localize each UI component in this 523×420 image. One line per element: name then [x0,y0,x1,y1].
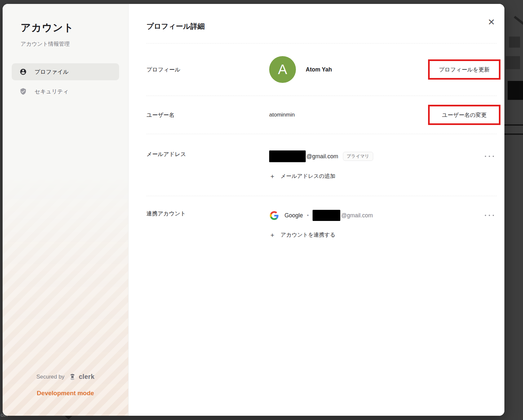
avatar: A [269,56,296,83]
email-ellipsis-menu-icon[interactable] [483,154,496,159]
connected-accounts-row: 連携アカウント Google • @gmail.com [146,196,497,260]
plus-icon: ＋ [269,172,275,180]
sidebar-item-security[interactable]: セキュリティ [12,83,119,100]
connect-account-button[interactable]: ＋ アカウントを連携する [269,231,335,239]
username-row: ユーザー名 atominmin ユーザー名の変更 [146,96,497,134]
avatar-letter: A [278,62,287,77]
redacted-google-email [313,210,340,221]
account-modal: アカウント アカウント情報管理 プロファイル セキュリティ Secured by [3,4,504,416]
update-profile-button[interactable]: プロフィールを更新 [428,59,500,80]
profile-row: プロフィール A Atom Yah プロフィールを更新 [146,43,497,96]
clerk-logo-icon [69,373,76,381]
background-artifact [504,124,523,126]
panel-header: プロフィール詳細 [146,4,497,43]
connect-account-label: アカウントを連携する [281,231,335,239]
username-value: atominmin [269,112,295,118]
add-email-label: メールアドレスの追加 [281,173,335,180]
sidebar-title: アカウント [12,21,119,35]
shield-check-icon [20,88,27,95]
profile-row-label: プロフィール [146,66,269,73]
connected-ellipsis-menu-icon[interactable] [483,213,496,218]
email-domain: @gmail.com [306,153,338,160]
background-artifact [504,133,523,135]
provider-name: Google [285,212,303,219]
sidebar-footer: Secured by clerk Development mode [3,373,128,397]
sidebar-subtitle: アカウント情報管理 [12,40,119,48]
sidebar-item-label: プロファイル [35,68,69,76]
sidebar-nav: プロファイル セキュリティ [12,63,119,100]
google-g-icon [270,211,279,220]
background-artifact [506,56,520,69]
clerk-wordmark: clerk [79,373,94,381]
background-artifact [514,16,523,27]
background-artifact [508,81,523,100]
connected-row-label: 連携アカウント [146,210,269,239]
page-title: プロフィール詳細 [146,22,205,31]
profile-detail-panel: プロフィール詳細 ✕ プロフィール A Atom Yah プロフィールを更新 ユ… [129,4,504,416]
sidebar-item-label: セキュリティ [35,88,69,95]
secured-by-label: Secured by [36,374,64,380]
sidebar: アカウント アカウント情報管理 プロファイル セキュリティ Secured by [3,4,129,416]
primary-badge: プライマリ [343,152,373,161]
profile-name: Atom Yah [306,66,332,73]
close-icon[interactable]: ✕ [486,17,497,27]
development-mode-label[interactable]: Development mode [37,390,94,397]
email-row: メールアドレス @gmail.com プライマリ ＋ メールアドレスの追加 [146,134,497,196]
secured-by-clerk: Secured by clerk [36,373,94,381]
redacted-email [269,150,306,162]
user-icon [20,68,27,75]
separator-dot: • [307,212,309,219]
plus-icon: ＋ [269,231,275,239]
email-row-label: メールアドレス [146,150,269,180]
google-email-domain: @gmail.com [341,212,373,219]
username-row-label: ユーザー名 [146,111,269,119]
change-username-button[interactable]: ユーザー名の変更 [428,105,500,125]
background-artifact [509,37,520,48]
add-email-button[interactable]: ＋ メールアドレスの追加 [269,172,335,180]
sidebar-item-profile[interactable]: プロファイル [12,63,119,80]
